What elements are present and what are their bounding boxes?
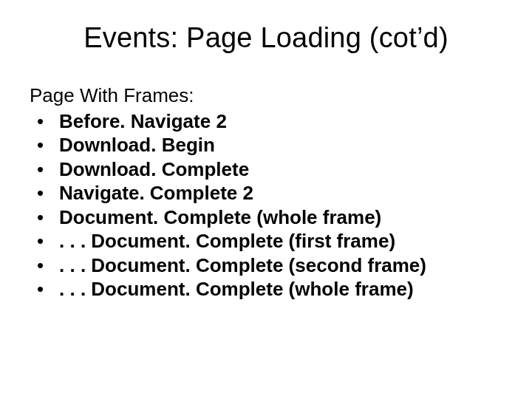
list-item: Before. Navigate 2 bbox=[30, 109, 502, 134]
slide-body: Page With Frames: Before. Navigate 2 Dow… bbox=[30, 83, 502, 301]
slide: Events: Page Loading (cot’d) Page With F… bbox=[0, 0, 532, 399]
list-item: . . . Document. Complete (second frame) bbox=[30, 253, 502, 278]
slide-title: Events: Page Loading (cot’d) bbox=[30, 22, 502, 54]
list-item: . . . Document. Complete (whole frame) bbox=[30, 277, 502, 301]
bullet-list: Before. Navigate 2 Download. Begin Downl… bbox=[30, 109, 502, 301]
lead-line: Page With Frames: bbox=[30, 83, 502, 108]
list-item: Download. Begin bbox=[30, 133, 502, 157]
list-item: . . . Document. Complete (first frame) bbox=[30, 229, 502, 253]
list-item: Navigate. Complete 2 bbox=[30, 181, 502, 205]
list-item: Download. Complete bbox=[30, 157, 502, 182]
list-item: Document. Complete (whole frame) bbox=[30, 205, 502, 230]
